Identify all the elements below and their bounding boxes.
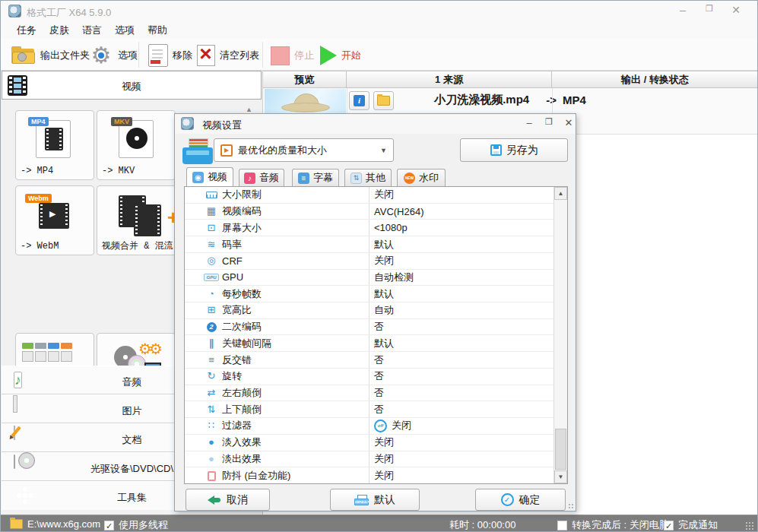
save-as-label: 另存为 [506,144,538,157]
video-section-label: 视频 [2,80,261,93]
options-label: 选项 [118,49,138,62]
setting-row-fade-out[interactable]: ● 淡出效果 关闭 [185,451,567,468]
preset-dropdown[interactable]: ▶ 最优化的质量和大小 ▼ [214,138,394,162]
menu-options[interactable]: 选项 [113,22,137,39]
card-to-mp4[interactable]: MP4 -> MP4 [15,110,94,180]
setting-row-fps[interactable]: ◔ 每秒帧数 默认 [185,286,567,302]
card-label: -> MP4 [21,166,53,176]
setting-row-crf[interactable]: ◎ CRF 关闭 [185,253,567,270]
multithread-checkbox[interactable]: ✓ [104,521,114,530]
sidebar-section-video[interactable]: 视频 [2,71,262,100]
dialog-resize-grip[interactable] [568,503,574,509]
remove-button[interactable]: 移除 [148,43,192,68]
scroll-up-icon[interactable]: ▲ [554,187,567,200]
gears-icon: ⚙⚙ [138,340,160,358]
column-header-output-status[interactable]: 输出 / 转换状态 [552,71,758,88]
column-header-preview[interactable]: 预览 [263,71,347,88]
setting-row-gpu[interactable]: GPU GPU 自动检测 [185,270,567,287]
menu-task[interactable]: 任务 [14,22,39,39]
format-badges-icon [22,343,72,349]
minimize-button[interactable]: – [674,4,692,19]
tab-video[interactable]: ◉ 视频 [186,167,233,186]
multithread-option[interactable]: ✓ 使用多线程 [104,518,168,532]
shutdown-checkbox[interactable] [557,521,567,530]
start-label: 开始 [341,49,361,62]
card-to-webm[interactable]: ▶ Webm -> WebM [15,185,94,255]
setting-row-flip-horizontal[interactable]: ⇄ 左右颠倒 否 [185,385,567,402]
card-to-mkv[interactable]: MKV -> MKV [97,110,176,180]
setting-row-flip-vertical[interactable]: ⇅ 上下颠倒 否 [185,401,567,418]
preset-film-icon: ▶ [220,144,233,157]
column-header-source[interactable]: 1 来源 [347,71,552,88]
default-label: 默认 [374,493,395,507]
setting-row-video-encode[interactable]: ▦ 视频编码 AVC(H264) [185,204,567,220]
output-path: E:\www.x6g.com [27,518,100,530]
tab-label: 字幕 [313,171,333,185]
remove-label: 移除 [173,49,192,62]
output-folder-button[interactable]: 输出文件夹 [11,43,90,68]
menu-language[interactable]: 语言 [80,22,104,39]
dialog-title-bar[interactable]: 视频设置 – ❒ ✕ [175,114,576,134]
column-label: 输出 / 转换状态 [621,74,689,85]
table-scrollbar[interactable]: ▲ ▼ [553,187,567,483]
tab-subtitle[interactable]: ≡ 字幕 [292,169,339,186]
dialog-maximize-button[interactable]: ❒ [541,117,557,131]
start-button[interactable]: 开始 [320,43,361,68]
clear-list-icon: × [195,45,215,66]
maximize-button[interactable]: ❒ [700,4,718,19]
options-button[interactable]: ⚙ 选项 [89,43,138,68]
close-button[interactable]: ✕ [727,4,745,19]
dialog-close-button[interactable]: ✕ [560,117,577,131]
setting-row-two-pass[interactable]: 2 二次编码 否 [185,319,567,336]
app-window: 格式工厂 X64 5.9.0 – ❒ ✕ 任务 皮肤 语言 选项 帮助 输出文件… [0,0,758,532]
hat-image [281,103,330,112]
setting-row-filter[interactable]: ∷ 过滤器 off关闭 [185,418,567,435]
save-as-button[interactable]: 另存为 [460,138,568,162]
dialog-minimize-button[interactable]: – [521,117,538,131]
stop-button[interactable]: 停止 [271,43,314,68]
window-resize-grip[interactable] [745,521,754,530]
tab-label: 音频 [259,171,279,185]
preset-selected-value: 最优化的质量和大小 [238,144,327,157]
setting-row-rotate[interactable]: ↻ 旋转 否 [185,369,567,385]
setting-row-deinterlace[interactable]: ≡ 反交错 否 [185,352,567,369]
play-glyph-icon: ▶ [49,209,56,219]
setting-row-keyframe-interval[interactable]: ∥ 关键帧间隔 默认 [185,335,567,352]
video-tab-icon: ◉ [192,172,204,183]
play-icon [320,46,337,65]
setting-row-aspect-ratio[interactable]: ⊞ 宽高比 自动 [185,302,567,319]
setting-row-screen-size[interactable]: ⊡ 屏幕大小 <1080p [185,220,567,236]
output-path-item[interactable]: E:\www.x6g.com [10,518,100,530]
filter-icon: ∷ [204,420,219,431]
column-label: 预览 [295,74,315,85]
video-settings-dialog: 视频设置 – ❒ ✕ ▶ 最优化的质量和大小 ▼ 另存为 ◉ 视频 ♪ 音频 [174,113,576,511]
preview-thumbnail[interactable] [265,89,346,113]
menu-skin[interactable]: 皮肤 [47,22,71,39]
setting-row-size-limit[interactable]: 大小限制 关闭 [185,187,567,204]
tab-watermark[interactable]: NEW 水印 [397,169,446,186]
shutdown-option[interactable]: 转换完成后 : 关闭电脑 [557,518,669,532]
scroll-down-icon[interactable]: ▼ [554,470,567,483]
cancel-button[interactable]: 取消 [186,489,270,511]
tab-label: 水印 [419,171,439,185]
notify-option[interactable]: ✓ 完成通知 [664,518,718,532]
setting-row-stabilize[interactable]: 防抖 (白金功能) 关闭 [185,467,567,484]
default-button[interactable]: DEFAULT 默认 [330,489,420,511]
flip-horizontal-icon: ⇄ [204,388,219,398]
clear-list-button[interactable]: × 清空列表 [195,43,259,68]
menu-bar: 任务 皮肤 语言 选项 帮助 [1,22,757,39]
setting-row-bitrate[interactable]: ≋ 码率 默认 [185,236,567,253]
target-format: MP4 [563,93,586,106]
off-badge-icon: off [374,420,387,432]
source-line: 小刀洗澡视频.mp4 -> MP4 [347,93,674,107]
notify-checkbox[interactable]: ✓ [664,521,674,530]
tab-audio[interactable]: ♪ 音频 [239,169,284,186]
tab-label: 其他 [366,171,385,185]
menu-help[interactable]: 帮助 [145,22,170,39]
tab-other[interactable]: ⇅ 其他 [344,169,392,186]
cards-scroll-up-icon[interactable]: ▲ [246,106,252,113]
scroll-thumb[interactable] [555,429,566,470]
ok-button[interactable]: ✓ 确定 [475,489,566,511]
setting-row-fade-in[interactable]: ● 淡入效果 关闭 [185,435,567,451]
gear-icon: ⚙ [89,43,113,68]
